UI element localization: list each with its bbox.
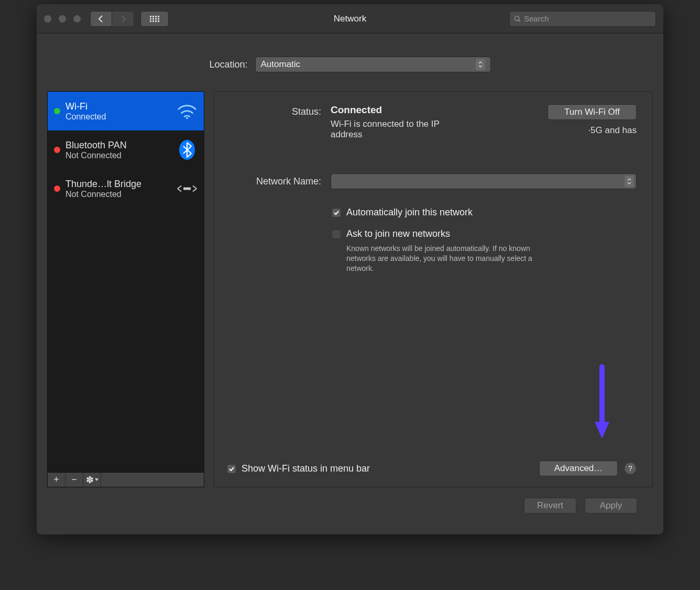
svg-point-16: [184, 188, 186, 190]
service-list: Wi-Fi Connected Bluetooth PAN Not Connec…: [47, 91, 204, 473]
svg-rect-0: [150, 16, 151, 17]
network-name-label: Network Name:: [227, 176, 321, 187]
sidebar-toolbar: + − ✽: [47, 473, 204, 487]
svg-rect-5: [152, 18, 154, 19]
service-item-wifi[interactable]: Wi-Fi Connected: [48, 92, 204, 130]
svg-rect-2: [155, 16, 157, 17]
service-name: Bluetooth PAN: [65, 140, 171, 151]
status-value: Connected: [331, 104, 548, 116]
forward-button[interactable]: [112, 11, 134, 27]
select-arrows-icon: [476, 59, 485, 70]
location-label: Location:: [209, 59, 247, 70]
ask-join-checkbox[interactable]: [332, 230, 341, 239]
status-label: Status:: [227, 104, 321, 117]
search-icon: [514, 15, 521, 23]
svg-rect-1: [152, 16, 154, 17]
svg-rect-4: [150, 18, 151, 19]
location-value: Automatic: [261, 59, 301, 70]
grid-icon: [150, 16, 159, 22]
wifi-icon: [177, 101, 198, 122]
svg-rect-9: [152, 20, 154, 22]
search-input[interactable]: [524, 14, 651, 23]
svg-rect-10: [155, 20, 157, 22]
titlebar: Network: [37, 4, 663, 34]
svg-rect-7: [158, 18, 159, 19]
service-status: Connected: [65, 112, 171, 122]
ask-join-label: Ask to join new networks: [346, 228, 545, 239]
svg-point-12: [515, 16, 519, 20]
revert-button[interactable]: Revert: [524, 498, 576, 513]
search-box[interactable]: [509, 11, 656, 27]
show-all-button[interactable]: [140, 11, 169, 27]
bluetooth-icon: [177, 139, 198, 160]
gear-icon: ✽: [86, 474, 94, 486]
footer: Revert Apply: [47, 487, 653, 524]
service-item-thunderbolt[interactable]: Thunde…lt Bridge Not Connected: [48, 169, 204, 208]
menubar-checkbox[interactable]: [227, 464, 236, 474]
wifi-toggle-button[interactable]: Turn Wi-Fi Off: [548, 104, 637, 120]
status-dot-icon: [54, 185, 60, 192]
help-button[interactable]: ?: [624, 462, 637, 475]
auto-join-checkbox[interactable]: [332, 208, 341, 217]
service-status: Not Connected: [65, 151, 171, 160]
service-sidebar: Wi-Fi Connected Bluetooth PAN Not Connec…: [47, 91, 204, 487]
status-dot-icon: [54, 108, 60, 114]
select-arrows-icon: [625, 176, 634, 187]
service-name: Thunde…lt Bridge: [65, 179, 171, 190]
svg-rect-6: [155, 18, 157, 19]
add-service-button[interactable]: +: [48, 473, 65, 487]
thunderbolt-icon: [177, 178, 198, 199]
svg-line-13: [519, 20, 520, 21]
apply-button[interactable]: Apply: [585, 498, 637, 513]
service-name: Wi-Fi: [65, 101, 171, 112]
zoom-button[interactable]: [73, 15, 81, 23]
auto-join-label: Automatically join this network: [346, 207, 473, 218]
service-status: Not Connected: [65, 190, 171, 199]
detail-pane: Status: Connected Wi-Fi is connected to …: [214, 91, 653, 487]
advanced-button[interactable]: Advanced…: [539, 461, 618, 476]
svg-rect-3: [158, 16, 159, 17]
ask-join-sub: Known networks will be joined automatica…: [346, 244, 545, 274]
menubar-label: Show Wi-Fi status in menu bar: [242, 463, 370, 474]
connection-extra-info: ·5G and has: [548, 125, 637, 136]
service-actions-button[interactable]: ✽: [83, 473, 101, 487]
svg-point-17: [186, 188, 188, 190]
status-dot-icon: [54, 147, 60, 153]
svg-rect-8: [150, 20, 151, 22]
check-icon: [333, 210, 340, 216]
back-button[interactable]: [90, 11, 112, 27]
location-row: Location: Automatic: [47, 57, 653, 72]
status-sub: Wi-Fi is connected to the IP address: [331, 119, 451, 140]
chevron-down-icon: [95, 478, 99, 481]
location-select[interactable]: Automatic: [255, 57, 491, 72]
minimize-button[interactable]: [59, 15, 66, 23]
chevron-right-icon: [120, 15, 126, 23]
remove-service-button[interactable]: −: [65, 473, 83, 487]
annotation-arrow-icon: [592, 364, 612, 443]
service-item-bluetooth[interactable]: Bluetooth PAN Not Connected: [48, 130, 204, 169]
svg-rect-11: [158, 20, 159, 22]
traffic-lights: [44, 15, 81, 23]
svg-point-18: [189, 188, 191, 190]
network-name-select[interactable]: [331, 173, 637, 189]
close-button[interactable]: [44, 15, 51, 23]
svg-point-14: [186, 117, 188, 119]
network-preferences-window: Network Location: Automatic: [37, 4, 663, 534]
check-icon: [228, 466, 235, 472]
chevron-left-icon: [98, 15, 104, 23]
